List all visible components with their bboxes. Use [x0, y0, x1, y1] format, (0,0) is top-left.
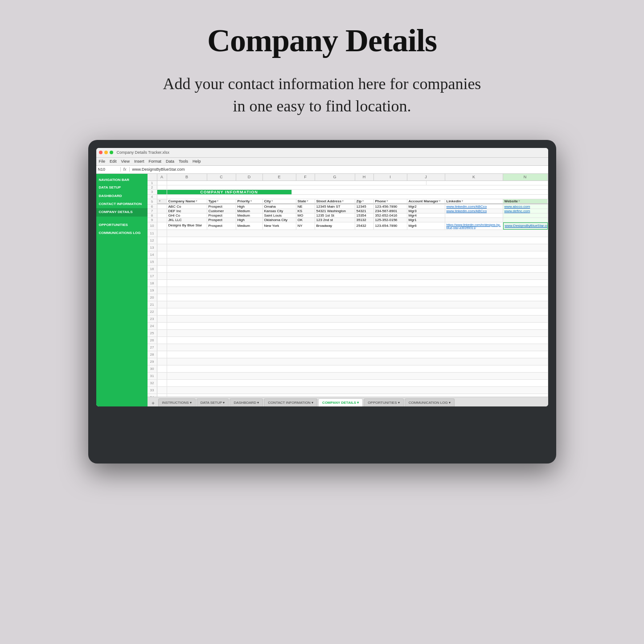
tab-data-setup[interactable]: DATA SETUP ▾ [197, 398, 229, 406]
cell-state-4[interactable]: OK [296, 218, 315, 222]
cell-state-3[interactable]: MO [296, 213, 315, 217]
tab-dashboard[interactable]: DASHBOARD ▾ [230, 398, 263, 406]
cell-ref[interactable]: N10 [96, 167, 121, 172]
cell-phone-1[interactable]: 123-456-7890 [374, 205, 407, 209]
header-city[interactable]: City [263, 199, 296, 204]
menu-format[interactable]: Format [148, 159, 161, 164]
menu-tools[interactable]: Tools [179, 159, 188, 164]
cell-zip-3[interactable]: 15354 [355, 213, 374, 217]
cell-type-5[interactable]: Prospect [207, 222, 236, 230]
cell-city-2[interactable]: Kansas City [263, 209, 296, 213]
header-street[interactable]: Street Address [315, 199, 355, 204]
cell-website-3[interactable] [503, 213, 548, 217]
cell-company-5[interactable]: Designs By Blue Star [167, 222, 207, 230]
cell-acct-2[interactable]: Mgr3 [407, 209, 445, 213]
tab-add-button[interactable]: + [149, 400, 157, 406]
cell-acct-5[interactable]: Mgr6 [407, 222, 445, 230]
cell-street-1[interactable]: 12345 Main ST [315, 205, 355, 209]
cell-remark-3[interactable] [548, 213, 548, 217]
cell-phone-4[interactable]: 125-352-0156 [374, 218, 407, 222]
cell-zip-2[interactable]: 54321 [355, 209, 374, 213]
cell-state-5[interactable]: NY [296, 222, 315, 230]
cell-acct-1[interactable]: Mgr2 [407, 205, 445, 209]
cell-state-2[interactable]: KS [296, 209, 315, 213]
cell-type-2[interactable]: Customer [207, 209, 236, 213]
cell-remark-4[interactable] [548, 218, 548, 222]
sidebar-item-company-details[interactable]: COMPANY DETAILS [96, 208, 148, 216]
sidebar-item-data-setup[interactable]: DATA SETUP [96, 184, 148, 192]
cell-1b-span[interactable] [167, 181, 427, 185]
sidebar-item-comm-log[interactable]: COMMUNICATIONS LOG [96, 229, 148, 237]
cell-acct-3[interactable]: Mgr4 [407, 213, 445, 217]
cell-website-4[interactable] [503, 218, 548, 222]
cell-remark-2[interactable] [548, 209, 548, 213]
header-account-manager[interactable]: Account Manager [407, 199, 445, 204]
cell-state-1[interactable]: NE [296, 205, 315, 209]
cell-city-3[interactable]: Saint Louis [263, 213, 296, 217]
tab-instructions[interactable]: INSTRUCTIONS ▾ [158, 398, 196, 406]
menu-insert[interactable]: Insert [134, 159, 144, 164]
cell-type-4[interactable]: Prospect [207, 218, 236, 222]
cell-linkedin-3[interactable] [445, 213, 503, 217]
menu-data[interactable]: Data [166, 159, 174, 164]
cell-website-1[interactable]: www.abcco.com [503, 205, 548, 209]
cell-1a[interactable] [157, 181, 167, 185]
tab-contact-information[interactable]: CONTACT INFORMATION ▾ [264, 398, 317, 406]
cell-4a[interactable] [157, 195, 167, 199]
cell-acct-4[interactable]: Mgr1 [407, 218, 445, 222]
sidebar-item-opportunities[interactable]: OPPORTUNITIES [96, 221, 148, 229]
tab-communication-log[interactable]: COMMUNICATION LOG ▾ [405, 398, 455, 406]
cell-remark-1[interactable] [548, 205, 548, 209]
cell-street-3[interactable]: 1235 1st St [315, 213, 355, 217]
cell-priority-5[interactable]: Medium [236, 222, 263, 230]
header-linkedin[interactable]: Linkedin [445, 199, 503, 204]
menu-file[interactable]: File [99, 159, 106, 164]
cell-website-2[interactable]: www.definc.com [503, 209, 548, 213]
menu-view[interactable]: View [121, 159, 130, 164]
menu-edit[interactable]: Edit [110, 159, 117, 164]
cell-phone-5[interactable]: 123-654-7890 [374, 222, 407, 230]
cell-street-4[interactable]: 123 2nd st [315, 218, 355, 222]
cell-type-3[interactable]: Prospect [207, 213, 236, 217]
cell-remark-5[interactable]: Come check out us [548, 222, 548, 230]
header-phone[interactable]: Phone [374, 199, 407, 204]
close-dot[interactable] [99, 151, 103, 154]
cell-priority-2[interactable]: Medium [236, 209, 263, 213]
header-company[interactable]: Company Name [167, 199, 207, 204]
cell-linkedin-5[interactable]: https://www.linkedin.com/in/designs-by-b… [445, 222, 503, 230]
cell-city-4[interactable]: Oklahoma City [263, 218, 296, 222]
cell-2a[interactable] [157, 185, 167, 189]
cell-company-3[interactable]: GHI Co [167, 213, 207, 217]
tab-company-details[interactable]: COMPANY DETAILS ▾ [318, 398, 363, 406]
cell-linkedin-2[interactable]: www.linkedin.com/ABCco [445, 209, 503, 213]
cell-linkedin-4[interactable] [445, 218, 503, 222]
cell-city-1[interactable]: Omaha [263, 205, 296, 209]
cell-company-2[interactable]: DEF Inc [167, 209, 207, 213]
cell-phone-3[interactable]: 352-652-0416 [374, 213, 407, 217]
header-website[interactable]: Website [503, 199, 548, 204]
cell-street-5[interactable]: Broadway [315, 222, 355, 230]
cell-city-5[interactable]: New York [263, 222, 296, 230]
cell-zip-1[interactable]: 12345 [355, 205, 374, 209]
header-remark[interactable]: Remark [548, 199, 548, 204]
tab-opportunities[interactable]: OPPORTUNITIES ▾ [364, 398, 403, 406]
cell-phone-2[interactable]: 234-567-8901 [374, 209, 407, 213]
minimize-dot[interactable] [104, 151, 108, 154]
cell-website-5[interactable]: www.DesignsByBlueStar.com [503, 222, 548, 230]
header-state[interactable]: State [296, 199, 315, 204]
header-zip[interactable]: Zip [355, 199, 374, 204]
cell-priority-3[interactable]: Medium [236, 213, 263, 217]
sidebar-item-contact-info[interactable]: CONTACT INFORMATION [96, 200, 148, 208]
cell-linkedin-1[interactable]: www.linkedin.com/ABCco [445, 205, 503, 209]
cell-priority-1[interactable]: High [236, 205, 263, 209]
cell-zip-5[interactable]: 25432 [355, 222, 374, 230]
header-priority[interactable]: Priority [236, 199, 263, 204]
header-type[interactable]: Type [207, 199, 236, 204]
cell-type-1[interactable]: Prospect [207, 205, 236, 209]
maximize-dot[interactable] [110, 151, 113, 154]
cell-company-4[interactable]: JKL LLC [167, 218, 207, 222]
cell-company-1[interactable]: ABC Co [167, 205, 207, 209]
cell-priority-4[interactable]: High [236, 218, 263, 222]
formula-content[interactable]: www.DesignsByBlueStar.com [130, 167, 548, 172]
cell-street-2[interactable]: 54321 Washington [315, 209, 355, 213]
